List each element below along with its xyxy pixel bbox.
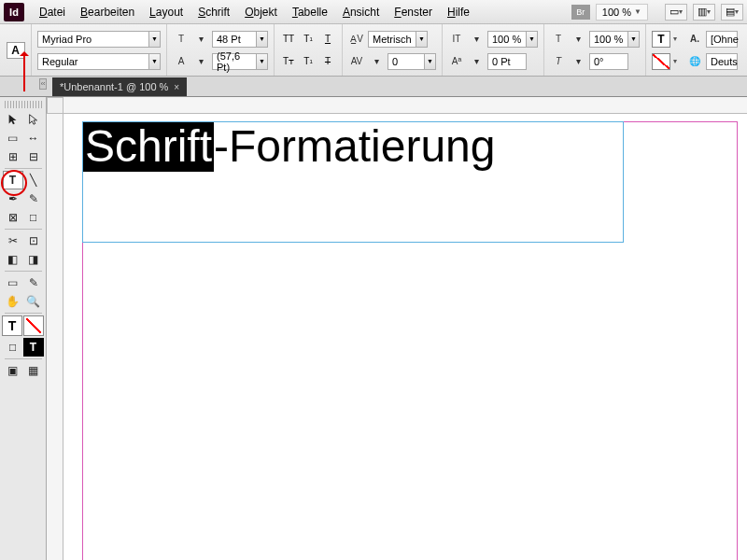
content-placer-tool[interactable]: ⊟ [23,147,44,166]
superscript-button[interactable]: T1 [300,32,317,47]
normal-view-icon[interactable]: ▣ [3,361,23,380]
content-collector-tool[interactable]: ⊞ [3,147,23,166]
kerning-field[interactable]: Metrisch ▼ [368,31,428,48]
stepper-icon[interactable]: ▾ [570,32,586,47]
stroke-color[interactable] [23,315,44,336]
hscale-field[interactable]: 100 % ▼ [589,31,640,48]
document-tab[interactable]: *Unbenannt-1 @ 100 % × [52,77,187,96]
stepper-icon[interactable]: ▾ [368,54,385,69]
language-icon: 🌐 [686,54,703,69]
vscale-value: 100 % [487,31,527,48]
font-size-field[interactable]: 48 Pt ▼ [212,31,268,48]
stepper-icon[interactable]: ▾ [192,54,209,69]
menu-fenster[interactable]: Fenster [387,6,440,19]
zoom-tool[interactable]: 🔍 [23,292,44,311]
text-formatting-icon[interactable]: T [23,338,44,357]
gap-tool[interactable]: ↔ [23,129,44,147]
panel-grip[interactable] [5,101,42,108]
menu-objekt[interactable]: Objekt [237,6,285,19]
fill-color[interactable]: T [2,315,22,336]
skew-value[interactable]: 0° [589,53,628,70]
rectangle-frame-tool[interactable]: ⊠ [3,208,23,227]
scissors-tool[interactable]: ✂ [3,231,23,250]
menu-ansicht[interactable]: Ansicht [335,6,387,19]
gradient-swatch-tool[interactable]: ◧ [3,250,23,269]
eyedropper-tool[interactable]: ✎ [23,273,44,292]
tracking-field[interactable]: 0 ▼ [388,53,436,70]
panel-collapse-toggle[interactable]: ‹‹ [39,78,47,90]
horizontal-ruler[interactable] [63,97,747,114]
dropdown-icon[interactable]: ▾ [673,35,677,43]
screen-mode-icon[interactable]: ▥▾ [693,4,715,21]
zoom-level-text: 100 % [602,7,631,18]
dropdown-icon[interactable]: ▼ [527,31,538,48]
note-tool[interactable]: ▭ [3,273,23,292]
dropdown-icon[interactable]: ▼ [416,31,428,48]
line-tool[interactable]: ╲ [23,171,44,189]
strikethrough-button[interactable]: T [319,54,336,69]
workspace: ▭ ↔ ⊞ ⊟ T ╲ ✒ ✎ ⊠ □ ✂ ⊡ ◧ ◨ ▭ [0,97,747,560]
allcaps-button[interactable]: TT [280,32,297,47]
fill-swatch[interactable]: T [652,31,670,48]
font-style-field[interactable]: Regular ▼ [37,53,161,70]
vertical-ruler[interactable] [47,114,63,560]
stroke-swatch[interactable] [652,53,670,70]
rectangle-tool[interactable]: □ [23,208,44,227]
arrange-icon[interactable]: ▤▾ [721,4,743,21]
menu-schrift[interactable]: Schrift [190,6,237,19]
dropdown-icon[interactable]: ▾ [673,57,677,65]
view-mode-icon[interactable]: ▭▾ [665,4,687,21]
free-transform-tool[interactable]: ⊡ [23,231,44,250]
leading-field[interactable]: (57,6 Pt) ▼ [212,53,268,70]
underline-button[interactable]: T [319,32,336,47]
stepper-icon[interactable]: ▾ [570,54,586,69]
direct-selection-tool[interactable] [23,110,44,129]
dropdown-icon[interactable]: ▼ [149,53,161,70]
font-style-value: Regular [37,53,149,70]
dropdown-icon[interactable]: ▼ [425,53,436,70]
text-content[interactable]: Schrift-Formatierung [83,122,495,172]
dropdown-icon[interactable]: ▼ [257,31,268,48]
stepper-icon[interactable]: ▾ [468,32,485,47]
app-icon: Id [4,3,24,21]
selection-tool[interactable] [3,110,23,129]
stepper-icon[interactable]: ▾ [468,54,485,69]
menu-tabelle[interactable]: Tabelle [285,6,335,19]
font-family-field[interactable]: Myriad Pro ▼ [37,31,161,48]
gradient-feather-tool[interactable]: ◨ [23,250,44,269]
tools-panel: ▭ ↔ ⊞ ⊟ T ╲ ✒ ✎ ⊠ □ ✂ ⊡ ◧ ◨ ▭ [0,97,47,560]
bridge-button[interactable]: Br [571,5,590,20]
close-icon[interactable]: × [174,82,179,92]
type-tool[interactable]: T [3,171,23,189]
dropdown-icon[interactable]: ▼ [628,31,640,48]
dropdown-icon[interactable]: ▼ [149,31,161,48]
stepper-icon[interactable]: ▾ [192,32,209,47]
dropdown-icon[interactable]: ▼ [257,53,268,70]
hand-tool[interactable]: ✋ [3,292,23,311]
baseline-value[interactable]: 0 Pt [487,53,527,70]
document-canvas[interactable]: Schrift-Formatierung [63,114,747,560]
zoom-level[interactable]: 100 % ▼ [596,4,648,21]
smallcaps-button[interactable]: Tᴛ [280,54,297,69]
language-value[interactable]: Deuts [706,53,738,70]
font-family-value: Myriad Pro [37,31,149,48]
subscript-button[interactable]: T1 [300,54,317,69]
ruler-origin[interactable] [47,97,63,114]
menu-bearbeiten[interactable]: Bearbeiten [73,6,142,19]
charstyle-value[interactable]: [Ohne [706,31,738,48]
page-tool[interactable]: ▭ [3,129,23,147]
vscale-field[interactable]: 100 % ▼ [487,31,538,48]
text-frame[interactable]: Schrift-Formatierung [82,121,624,243]
preview-view-icon[interactable]: ▦ [23,361,44,380]
pencil-tool[interactable]: ✎ [23,189,44,208]
container-formatting-icon[interactable]: □ [3,338,23,357]
fillstroke-group: T ▾ A. [Ohne ▾ 🌐 Deuts [646,24,743,76]
menu-hilfe[interactable]: Hilfe [440,6,477,19]
annotation-arrow [23,52,25,91]
document-tab-bar: *Unbenannt-1 @ 100 % × [0,77,747,97]
pen-tool[interactable]: ✒ [3,189,23,208]
menu-layout[interactable]: Layout [142,6,190,19]
kerning-icon: A̲V [348,32,365,47]
hscale-icon: T [550,32,567,47]
menu-datei[interactable]: Datei [32,6,73,19]
